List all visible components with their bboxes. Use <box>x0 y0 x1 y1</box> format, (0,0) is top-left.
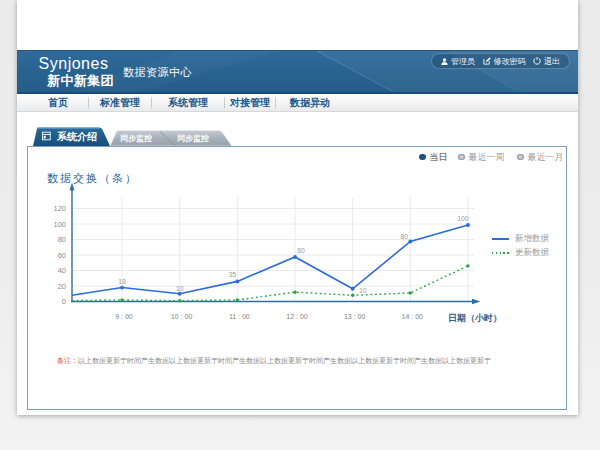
chart-point-label: 100 <box>457 215 469 222</box>
logo-company-text: 新中新集团 <box>47 74 132 87</box>
chart-point-label: 10 <box>359 286 367 293</box>
nav-item-system-management[interactable]: 系统管理 <box>152 94 224 111</box>
x-axis-title: 日期（小时） <box>448 312 502 322</box>
chart-point <box>178 291 182 295</box>
legend-line-solid-icon <box>492 238 509 240</box>
footnote: 备注：以上数据更新于时间产生数据以上数据更新于时间产生数据以上数据更新于时间产生… <box>57 356 491 366</box>
chart-point <box>236 298 239 301</box>
power-icon <box>533 57 541 65</box>
change-password-button[interactable]: 修改密码 <box>483 56 526 67</box>
y-axis-arrow <box>70 182 75 190</box>
legend-label-updated-data: 更新数据 <box>515 247 549 259</box>
y-tick-label: 80 <box>58 235 66 244</box>
x-tick-label: 10 : 00 <box>171 312 193 319</box>
tab-system-intro[interactable]: 系统介绍 <box>53 130 101 144</box>
user-name-label: 管理员 <box>451 56 475 67</box>
chart-legend: 新增数据 更新数据 <box>492 232 549 260</box>
legend-item-updated-data[interactable]: 更新数据 <box>492 246 549 260</box>
chart-point-label: 35 <box>229 271 237 278</box>
chart-point <box>178 299 181 302</box>
user-menu-item[interactable]: 管理员 <box>441 56 475 67</box>
logout-button[interactable]: 退出 <box>533 56 560 67</box>
chart-line-1 <box>72 265 468 300</box>
logout-label: 退出 <box>544 56 560 67</box>
chart-point <box>120 285 124 289</box>
y-tick-label: 40 <box>58 266 66 275</box>
user-icon <box>441 58 448 65</box>
x-tick-label: 11 : 00 <box>229 312 250 319</box>
legend-label-new-data: 新增数据 <box>515 233 549 245</box>
nav-item-home[interactable]: 首页 <box>28 94 88 111</box>
chart-point-label: 60 <box>297 247 305 254</box>
chart-point <box>120 298 123 301</box>
tab-sync-monitor-2[interactable]: 同步监控 <box>175 133 211 144</box>
y-tick-label: 100 <box>53 219 66 228</box>
desktop-background: { "window": { "background": "#ececec", "… <box>0 0 600 450</box>
nav-item-integration-management[interactable]: 对接管理 <box>225 94 275 111</box>
x-tick-label: 14 : 00 <box>402 312 424 319</box>
x-tick-label: 13 : 00 <box>344 312 366 319</box>
footnote-text: 以上数据更新于时间产生数据以上数据更新于时间产生数据以上数据更新于时间产生数据以… <box>78 357 491 364</box>
y-tick-label: 120 <box>53 204 66 213</box>
line-chart: 0204060801001209 : 0010 : 0011 : 0012 : … <box>28 147 566 387</box>
chart-point <box>466 264 469 267</box>
app-title: 数据资源中心 <box>123 65 192 79</box>
nav-item-standard-management[interactable]: 标准管理 <box>89 94 151 111</box>
x-axis-arrow <box>472 298 481 304</box>
chart-point <box>293 255 297 259</box>
chart-point <box>351 293 354 296</box>
chart-point <box>351 286 355 290</box>
chart-point <box>408 239 412 243</box>
user-toolbar: 管理员 修改密码 退出 <box>431 53 570 69</box>
logo-brand-text: Synjones <box>38 56 109 72</box>
footnote-prefix: 备注： <box>57 357 78 364</box>
chart-point <box>293 290 296 293</box>
chart-point <box>409 291 412 294</box>
edit-icon <box>483 57 491 65</box>
y-tick-label: 20 <box>58 281 66 290</box>
chart-point-label: 10 <box>176 284 184 291</box>
app-header: Synjones 新中新集团 数据资源中心 管理员 修改密码 退出 <box>17 50 578 94</box>
tab-sync-monitor-1[interactable]: 同步监控 <box>118 133 154 144</box>
company-logo: Synjones 新中新集团 <box>38 56 132 87</box>
main-nav: 首页 标准管理 系统管理 对接管理 数据异动 <box>17 94 578 112</box>
page: Synjones 新中新集团 数据资源中心 管理员 修改密码 退出 首页 标准管… <box>17 0 578 415</box>
chart-point-label: 18 <box>118 278 126 285</box>
chart-line-0 <box>72 225 468 295</box>
x-tick-label: 9 : 00 <box>115 312 133 319</box>
legend-item-new-data[interactable]: 新增数据 <box>492 232 549 246</box>
nav-item-data-changes[interactable]: 数据异动 <box>276 94 344 111</box>
y-tick-label: 60 <box>58 250 66 259</box>
content-panel: 当日 最近一周 最近一月 0204060801001209 : 0010 : 0… <box>27 146 567 411</box>
chart-point <box>235 279 239 283</box>
chart-point-label: 80 <box>401 232 409 239</box>
y-axis-title: 数据交换（条） <box>47 171 138 183</box>
tab-bar: 系统介绍 同步监控 同步监控 <box>28 126 258 147</box>
y-tick-label: 0 <box>62 297 66 306</box>
legend-line-dotted-icon <box>492 252 509 254</box>
x-tick-label: 12 : 00 <box>286 312 308 319</box>
change-password-label: 修改密码 <box>494 56 526 67</box>
chart-point <box>466 223 470 227</box>
